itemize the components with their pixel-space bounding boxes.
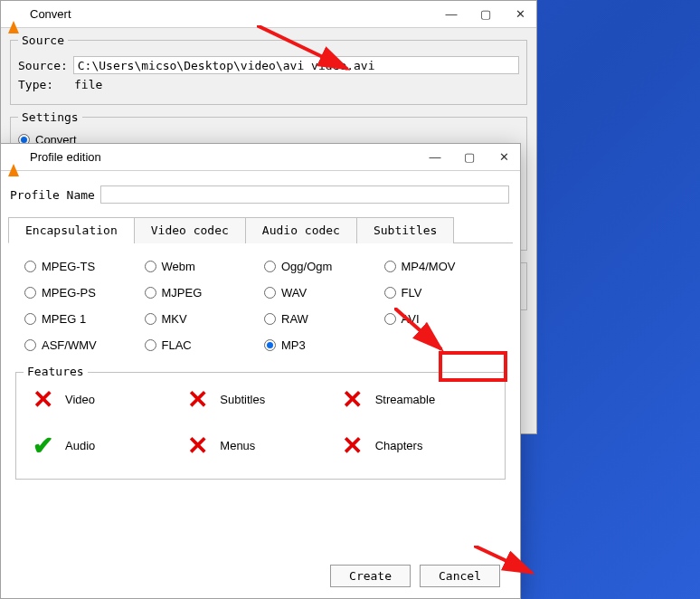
- radio-mkv[interactable]: MKV: [145, 312, 265, 326]
- radio-mp3[interactable]: MP3: [264, 338, 384, 352]
- radio-raw[interactable]: RAW: [264, 312, 384, 326]
- profile-titlebar[interactable]: Profile edition — ▢ ✕: [1, 144, 520, 171]
- tab-subtitles[interactable]: Subtitles: [356, 217, 454, 243]
- tab-audio-codec[interactable]: Audio codec: [245, 217, 357, 243]
- maximize-button[interactable]: ▢: [477, 7, 495, 21]
- vlc-icon: [8, 7, 23, 22]
- feature-audio: ✔Audio: [29, 431, 184, 461]
- radio-asf[interactable]: ASF/WMV: [24, 338, 145, 352]
- tabs: Encapsulation Video codec Audio codec Su…: [8, 216, 513, 243]
- settings-legend: Settings: [18, 110, 82, 124]
- feature-video: ✕Video: [29, 385, 184, 414]
- create-button[interactable]: Create: [330, 565, 411, 587]
- check-icon: ✔: [29, 431, 56, 461]
- profile-window: Profile edition — ▢ ✕ Profile Name Encap…: [0, 143, 521, 599]
- radio-mjpeg[interactable]: MJPEG: [145, 286, 265, 300]
- profile-name-input[interactable]: [100, 185, 509, 204]
- features-title: Features: [24, 365, 88, 378]
- source-label: Source:: [18, 59, 68, 72]
- radio-mp4[interactable]: MP4/MOV: [384, 260, 505, 273]
- close-button[interactable]: ✕: [495, 150, 513, 164]
- radio-ogg[interactable]: Ogg/Ogm: [264, 260, 384, 273]
- convert-title: Convert: [30, 7, 442, 21]
- radio-webm[interactable]: Webm: [145, 260, 265, 273]
- feature-subtitles: ✕Subtitles: [184, 385, 338, 414]
- feature-streamable: ✕Streamable: [339, 385, 494, 414]
- cancel-button[interactable]: Cancel: [420, 565, 500, 587]
- features-box: Features ✕Video ✕Subtitles ✕Streamable ✔…: [15, 372, 506, 480]
- maximize-button[interactable]: ▢: [460, 150, 478, 164]
- x-icon: ✕: [339, 385, 366, 414]
- tab-video-codec[interactable]: Video codec: [134, 217, 246, 243]
- radio-flv[interactable]: FLV: [384, 286, 505, 300]
- encapsulation-grid: MPEG-TS Webm Ogg/Ogm MP4/MOV MPEG-PS MJP…: [8, 243, 513, 365]
- x-icon: ✕: [29, 385, 56, 414]
- profile-name-label: Profile Name: [10, 188, 95, 202]
- vlc-icon: [8, 150, 23, 165]
- radio-mpeg-ts[interactable]: MPEG-TS: [24, 260, 145, 273]
- minimize-button[interactable]: —: [442, 7, 460, 21]
- minimize-button[interactable]: —: [426, 150, 444, 164]
- feature-menus: ✕Menus: [184, 431, 338, 461]
- source-fieldset: Source Source: Type: file: [10, 33, 527, 105]
- source-legend: Source: [18, 33, 68, 47]
- feature-chapters: ✕Chapters: [339, 431, 494, 461]
- radio-mpeg-ps[interactable]: MPEG-PS: [24, 286, 145, 300]
- x-icon: ✕: [184, 385, 211, 414]
- profile-title: Profile edition: [30, 150, 426, 164]
- radio-flac[interactable]: FLAC: [145, 338, 265, 352]
- radio-wav[interactable]: WAV: [264, 286, 384, 300]
- convert-titlebar[interactable]: Convert — ▢ ✕: [1, 1, 536, 28]
- x-icon: ✕: [184, 431, 211, 461]
- x-icon: ✕: [339, 431, 366, 461]
- type-value: file: [74, 78, 102, 91]
- radio-mpeg1[interactable]: MPEG 1: [24, 312, 145, 326]
- close-button[interactable]: ✕: [511, 7, 529, 21]
- tab-encapsulation[interactable]: Encapsulation: [8, 217, 135, 243]
- source-input[interactable]: [73, 56, 519, 74]
- type-label: Type:: [18, 78, 69, 91]
- radio-avi[interactable]: AVI: [384, 312, 505, 326]
